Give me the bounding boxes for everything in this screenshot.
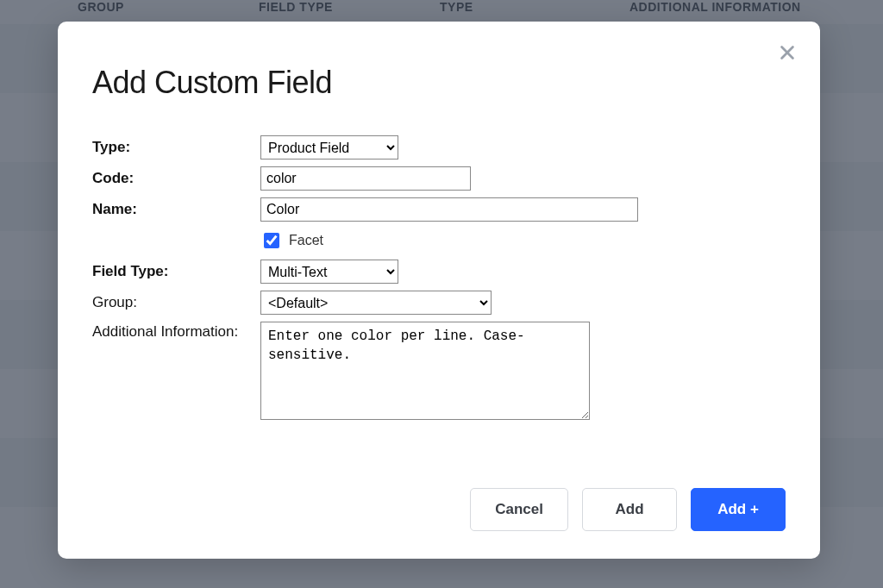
- modal-title: Add Custom Field: [92, 65, 786, 101]
- label-field-type: Field Type:: [92, 263, 260, 280]
- cancel-button[interactable]: Cancel: [470, 488, 568, 531]
- add-plus-button[interactable]: Add +: [691, 488, 786, 531]
- label-facet: Facet: [289, 233, 323, 248]
- label-additional-info: Additional Information:: [92, 322, 260, 341]
- field-type-select[interactable]: Multi-Text: [260, 260, 398, 284]
- label-name: Name:: [92, 201, 260, 218]
- type-select[interactable]: Product Field: [260, 135, 398, 160]
- add-button[interactable]: Add: [582, 488, 677, 531]
- facet-checkbox-row[interactable]: Facet: [260, 230, 786, 251]
- label-group: Group:: [92, 294, 260, 311]
- add-custom-field-modal: Add Custom Field Type: Product Field Cod…: [58, 22, 820, 559]
- button-row: Cancel Add Add +: [470, 488, 786, 531]
- label-code: Code:: [92, 170, 260, 187]
- label-type: Type:: [92, 139, 260, 156]
- name-input[interactable]: [260, 197, 638, 222]
- close-icon: [778, 43, 797, 62]
- code-input[interactable]: [260, 166, 471, 191]
- additional-info-textarea[interactable]: [260, 322, 590, 420]
- facet-checkbox[interactable]: [264, 233, 279, 248]
- group-select[interactable]: <Default>: [260, 291, 492, 315]
- form: Type: Product Field Code: Name: Facet Fi…: [92, 135, 786, 423]
- close-button[interactable]: [773, 39, 801, 66]
